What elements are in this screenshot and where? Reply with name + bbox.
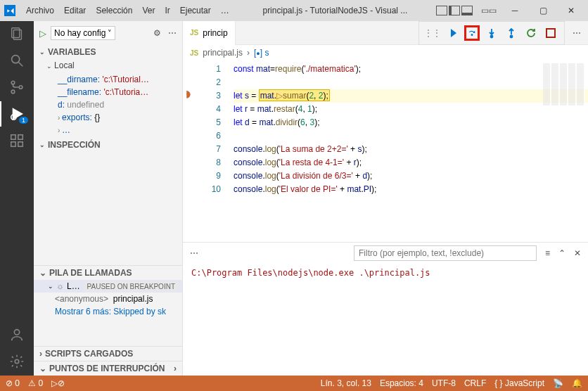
svg-rect-11 bbox=[18, 142, 23, 146]
section-callstack[interactable]: ⌄PILA DE LLAMADAS bbox=[34, 265, 182, 280]
config-gear-icon[interactable]: ⚙ bbox=[153, 28, 161, 38]
status-cursor[interactable]: Lín. 3, col. 13 bbox=[321, 378, 371, 388]
line-numbers: 12345678910 bbox=[193, 60, 234, 242]
svg-point-6 bbox=[19, 86, 23, 89]
status-eol[interactable]: CRLF bbox=[464, 378, 486, 388]
menu-go[interactable]: Ir bbox=[160, 6, 174, 15]
status-language[interactable]: { } JavaScript bbox=[494, 378, 544, 388]
config-select[interactable]: No hay config ˅ bbox=[51, 26, 115, 40]
search-icon[interactable] bbox=[8, 52, 25, 69]
window-title: principal.js - TutorialNodeJS - Visual .… bbox=[234, 6, 436, 15]
menu-selection[interactable]: Selección bbox=[91, 6, 137, 15]
filter-icon[interactable]: ≡ bbox=[545, 248, 550, 258]
extensions-icon[interactable] bbox=[8, 132, 25, 149]
status-spaces[interactable]: Espacios: 4 bbox=[380, 378, 423, 388]
var-d[interactable]: d: undefined bbox=[48, 98, 182, 111]
activity-bar: 1 bbox=[0, 21, 34, 376]
svg-point-15 bbox=[471, 34, 473, 36]
breakpoint-current-icon[interactable]: ◗ bbox=[183, 87, 193, 101]
editor-tabs: JS princip ⋮⋮ ▯▯ ⋯ bbox=[183, 21, 588, 45]
svg-point-16 bbox=[491, 36, 493, 38]
drag-handle-icon[interactable]: ⋮⋮ bbox=[425, 25, 440, 41]
panel-more-icon[interactable]: ⋯ bbox=[190, 248, 198, 258]
svg-rect-10 bbox=[11, 142, 15, 146]
var-dirname[interactable]: __dirname: 'c:\Tutorial… bbox=[48, 73, 182, 86]
maximize-button[interactable]: ▢ bbox=[530, 1, 556, 20]
callstack-frame[interactable]: <anonymous> principal.js bbox=[34, 293, 182, 305]
svg-point-14 bbox=[15, 359, 19, 364]
more-tab-actions-icon[interactable]: ⋯ bbox=[573, 28, 581, 38]
close-panel-icon[interactable]: ✕ bbox=[574, 248, 581, 258]
section-loaded-scripts[interactable]: ›SCRIPTS CARGADOS bbox=[34, 346, 182, 361]
account-icon[interactable] bbox=[8, 326, 25, 343]
stop-button[interactable] bbox=[543, 25, 558, 41]
tab-principal[interactable]: JS princip bbox=[183, 21, 236, 45]
menu-view[interactable]: Ver bbox=[137, 6, 160, 15]
status-bar: ⊘ 0 ⚠ 0 ▷⊘ Lín. 3, col. 13 Espacios: 4 U… bbox=[0, 376, 588, 391]
var-more[interactable]: › … bbox=[48, 124, 182, 136]
layout-icons[interactable]: ▭▭ bbox=[436, 6, 492, 15]
explorer-icon[interactable] bbox=[8, 25, 25, 42]
status-bell-icon[interactable]: 🔔 bbox=[572, 378, 582, 388]
minimize-button[interactable]: ─ bbox=[502, 1, 528, 20]
debug-sidebar: ▷ No hay config ˅ ⚙ ⋯ ⌄VARIABLES ⌄ Local… bbox=[34, 21, 183, 376]
section-variables[interactable]: ⌄VARIABLES bbox=[34, 45, 182, 59]
js-file-icon: JS bbox=[190, 29, 198, 37]
titlebar: Archivo Editar Selección Ver Ir Ejecutar… bbox=[0, 0, 588, 21]
code-editor[interactable]: ◗ 12345678910 const mat=require('./matem… bbox=[183, 60, 588, 242]
svg-rect-9 bbox=[11, 135, 15, 139]
menu-more[interactable]: … bbox=[216, 6, 234, 15]
var-exports[interactable]: › exports: {} bbox=[48, 111, 182, 124]
status-debug-target[interactable]: ▷⊘ bbox=[51, 378, 65, 388]
start-debug-button[interactable]: ▷ bbox=[39, 28, 46, 39]
js-file-icon: JS bbox=[190, 49, 198, 57]
debug-console-output[interactable]: C:\Program Files\nodejs\node.exe .\princ… bbox=[183, 264, 588, 376]
debug-console-panel: ⋯ ≡ ⌃ ✕ C:\Program Files\nodejs\node.exe… bbox=[183, 242, 588, 376]
svg-rect-12 bbox=[18, 135, 23, 139]
step-into-button[interactable] bbox=[484, 25, 499, 41]
settings-icon[interactable] bbox=[8, 353, 25, 370]
menu-edit[interactable]: Editar bbox=[59, 6, 91, 15]
svg-point-4 bbox=[11, 81, 15, 84]
step-over-button[interactable] bbox=[464, 25, 480, 41]
source-control-icon[interactable] bbox=[8, 79, 25, 96]
svg-point-13 bbox=[14, 330, 19, 335]
svg-point-17 bbox=[511, 36, 513, 38]
close-button[interactable]: ✕ bbox=[558, 1, 584, 20]
callstack-skipped[interactable]: Mostrar 6 más: Skipped by sk bbox=[34, 305, 182, 318]
section-watch[interactable]: ⌄INSPECCIÓN bbox=[34, 138, 182, 152]
debug-badge: 1 bbox=[19, 117, 28, 124]
continue-button[interactable] bbox=[445, 25, 460, 41]
breadcrumb[interactable]: JS principal.js › [●] s bbox=[183, 45, 588, 60]
status-encoding[interactable]: UTF-8 bbox=[432, 378, 456, 388]
status-errors[interactable]: ⊘ 0 bbox=[6, 378, 20, 388]
status-feedback-icon[interactable]: 📡 bbox=[553, 378, 563, 388]
menu-file[interactable]: Archivo bbox=[21, 6, 59, 15]
minimap[interactable] bbox=[543, 63, 585, 105]
var-filename[interactable]: __filename: 'c:\Tutoria… bbox=[48, 86, 182, 98]
svg-point-5 bbox=[11, 90, 15, 94]
run-debug-icon[interactable]: 1 bbox=[8, 105, 25, 122]
editor-area: JS princip ⋮⋮ ▯▯ ⋯ JS principal.js › [●]… bbox=[183, 21, 588, 376]
callstack-thread[interactable]: ⌄ ☼ L… PAUSED ON BREAKPOINT bbox=[34, 280, 182, 293]
vscode-icon bbox=[4, 5, 15, 16]
scope-local[interactable]: ⌄ Local bbox=[34, 59, 182, 72]
svg-line-3 bbox=[19, 63, 23, 67]
more-actions-icon[interactable]: ⋯ bbox=[168, 28, 177, 38]
menu-run[interactable]: Ejecutar bbox=[175, 6, 216, 15]
maximize-panel-icon[interactable]: ⌃ bbox=[558, 248, 565, 258]
filter-input[interactable] bbox=[354, 245, 537, 261]
restart-button[interactable] bbox=[523, 25, 539, 41]
status-warnings[interactable]: ⚠ 0 bbox=[28, 378, 43, 388]
section-breakpoints[interactable]: ⌄PUNTOS DE INTERRUPCIÓN› bbox=[34, 361, 182, 376]
step-out-button[interactable] bbox=[504, 25, 519, 41]
debug-toolbar: ⋮⋮ bbox=[418, 21, 565, 45]
svg-point-2 bbox=[12, 56, 20, 63]
svg-rect-18 bbox=[547, 29, 555, 37]
